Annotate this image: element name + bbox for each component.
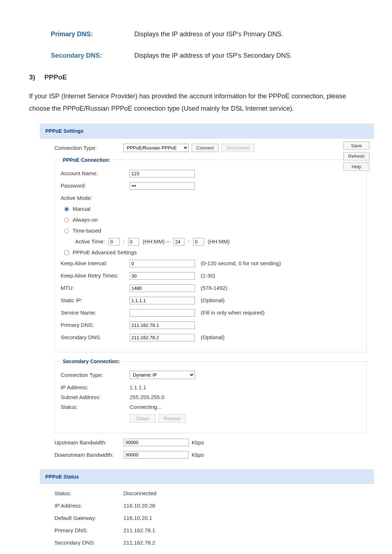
- static-ip-hint: (Optional): [201, 296, 225, 305]
- status-sdns-value: 211.162.78.2: [123, 538, 155, 547]
- active-mode-manual-radio[interactable]: [64, 207, 69, 212]
- secondary-connection-group: Secondary Connection: Connection Type: D…: [54, 357, 367, 433]
- pppoe-settings-header: PPPoE Settings: [40, 124, 374, 138]
- active-time-start-mm[interactable]: [128, 238, 139, 246]
- secondary-dns-input[interactable]: [130, 334, 195, 341]
- status-pdns-value: 211.162.78.1: [123, 526, 155, 535]
- mtu-label: MTU:: [61, 284, 130, 292]
- secondary-dns-hint: (Optional): [201, 333, 225, 342]
- static-ip-input[interactable]: [130, 297, 195, 304]
- account-name-label: Account Name:: [61, 169, 130, 178]
- account-name-input[interactable]: [130, 170, 195, 177]
- status-pdns-label: Primary DNS:: [54, 526, 123, 535]
- status-label: Status:: [54, 489, 123, 498]
- retry-times-label: Keep Alive Retry Times:: [61, 271, 130, 280]
- status-sdns-label: Secondary DNS:: [54, 538, 123, 547]
- active-time-label: Active Time:: [75, 237, 105, 246]
- service-name-input[interactable]: [130, 309, 195, 317]
- password-input[interactable]: [130, 182, 195, 190]
- status-value: Disconnected: [123, 489, 156, 498]
- sec-status-value: Connecting...: [130, 403, 162, 411]
- status-gateway-label: Default Gateway:: [54, 514, 123, 522]
- hhmm-sep2: (HH:MM): [208, 237, 230, 246]
- save-button[interactable]: Save: [343, 141, 369, 150]
- retry-times-input[interactable]: [130, 272, 195, 280]
- sec-conn-type-select[interactable]: Dynamic IP: [130, 371, 195, 379]
- sec-subnet-label: Subnet Address:: [61, 393, 130, 402]
- disconnect-button[interactable]: Disconnect: [221, 144, 254, 152]
- secondary-dns-desc: Displays the IP address of your ISP's Se…: [134, 50, 363, 61]
- status-gateway-value: 116.10.20.1: [123, 514, 152, 522]
- service-name-hint: (Fill in only when required): [201, 308, 265, 317]
- help-button[interactable]: Help: [343, 163, 369, 171]
- pppoe-status-header: PPPoE Status: [40, 469, 374, 484]
- section-paragraph: If your ISP (Internet Service Provider) …: [29, 90, 363, 115]
- mtu-hint: (576-1492): [201, 284, 227, 292]
- obtain-button[interactable]: Obtain: [130, 414, 156, 423]
- active-mode-time-label: Time-based: [73, 226, 101, 235]
- section-heading: 3) PPPoE: [29, 72, 363, 83]
- keep-alive-input[interactable]: [130, 260, 195, 267]
- primary-dns-desc: Displays the IP address of your ISP's Pr…: [134, 29, 363, 40]
- hhmm-sep1: (HH:MM) --: [143, 237, 170, 246]
- upstream-input[interactable]: [123, 439, 189, 446]
- upstream-unit: Kbps: [192, 438, 204, 447]
- status-ip-label: IP Address:: [54, 501, 123, 510]
- connect-button[interactable]: Connect: [192, 144, 219, 152]
- upstream-label: Upstream Bandwidth:: [54, 438, 123, 447]
- primary-dns-label: Primary DNS:: [51, 29, 134, 40]
- sec-status-label: Status:: [61, 403, 130, 411]
- downstream-label: Downstream Bandwidth:: [54, 451, 123, 459]
- active-time-start-hh[interactable]: [109, 238, 119, 246]
- secondary-connection-legend: Secondary Connection:: [61, 357, 122, 365]
- sec-ip-label: IP Address:: [61, 383, 130, 392]
- status-ip-value: 116.10.20.28: [123, 501, 155, 510]
- active-mode-label: Active Mode:: [61, 194, 130, 202]
- pppoe-connection-group: PPPoE Connection: Account Name: Password…: [54, 156, 367, 352]
- keep-alive-hint: (0-120 second, 0 for not sending): [201, 259, 281, 268]
- connection-type-select[interactable]: PPPoE/Russian PPPoE: [123, 144, 189, 152]
- active-mode-always-radio[interactable]: [64, 218, 69, 222]
- section-title: PPPoE: [44, 73, 67, 81]
- sec-conn-type-label: Connection Type:: [61, 371, 130, 379]
- service-name-label: Service Name:: [61, 308, 130, 317]
- sec-subnet-value: 255.255.255.0: [130, 393, 164, 402]
- release-button[interactable]: Release: [159, 414, 185, 423]
- section-number: 3): [29, 73, 35, 81]
- primary-dns-input[interactable]: [130, 321, 195, 329]
- downstream-unit: Kbps: [192, 451, 204, 459]
- active-time-end-hh[interactable]: [173, 238, 184, 246]
- advanced-settings-checkbox[interactable]: [64, 250, 69, 255]
- secondary-dns-label: Secondary DNS:: [51, 50, 134, 61]
- active-mode-always-label: Always-on: [73, 216, 98, 224]
- side-actions: Save Refresh Help: [343, 141, 369, 171]
- secondary-dns-description: Secondary DNS: Displays the IP address o…: [51, 50, 363, 61]
- primary-dns-input-label: Primary DNS:: [61, 321, 130, 329]
- pppoe-connection-legend: PPPoE Connection:: [61, 156, 113, 164]
- mtu-input[interactable]: [130, 284, 195, 292]
- active-mode-time-radio[interactable]: [64, 229, 69, 233]
- active-time-end-mm[interactable]: [193, 238, 204, 246]
- static-ip-label: Static IP:: [61, 296, 130, 305]
- connection-type-row: Connection Type: PPPoE/Russian PPPoE Con…: [54, 144, 367, 152]
- active-mode-manual-label: Manual: [73, 205, 90, 213]
- keep-alive-label: Keep Alive Interval:: [61, 259, 130, 268]
- connection-type-label: Connection Type:: [54, 144, 123, 152]
- secondary-dns-input-label: Secondary DNS:: [61, 333, 130, 342]
- retry-times-hint: (1-30): [201, 271, 215, 280]
- refresh-button[interactable]: Refresh: [343, 152, 369, 160]
- downstream-input[interactable]: [123, 451, 189, 459]
- password-label: Password:: [61, 181, 130, 190]
- pppoe-settings-panel: PPPoE Settings Save Refresh Help Connect…: [40, 124, 374, 554]
- advanced-settings-label: PPPoE Advanced Settings: [73, 248, 137, 257]
- sec-ip-value: 1.1.1.1: [130, 383, 146, 392]
- primary-dns-description: Primary DNS: Displays the IP address of …: [51, 29, 363, 40]
- active-time-row: Active Time: : (HH:MM) -- : (HH:MM): [75, 237, 360, 246]
